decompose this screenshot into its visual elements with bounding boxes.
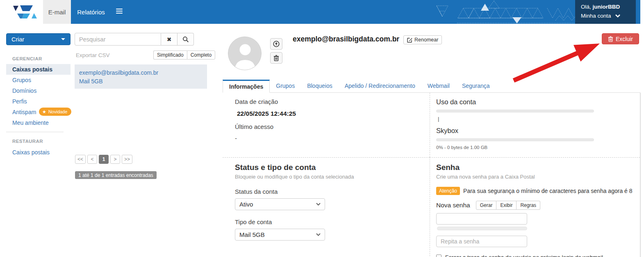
sidebar-item-label: Caixas postais bbox=[12, 66, 52, 73]
account-type-select[interactable]: Mail 5GB bbox=[235, 229, 325, 241]
delete-avatar-button[interactable] bbox=[270, 52, 282, 64]
show-password-button[interactable]: Exibir bbox=[496, 201, 517, 210]
rename-button[interactable]: Renomear bbox=[403, 35, 442, 44]
nav-reports-label: Relatórios bbox=[77, 9, 105, 16]
tab-informacoes[interactable]: Informações bbox=[223, 80, 270, 93]
trash-icon bbox=[608, 36, 613, 42]
sidebar-item-caixas-postais[interactable]: Caixas postais bbox=[6, 64, 71, 75]
clear-icon: ✖ bbox=[167, 36, 172, 43]
filled-down-triangle bbox=[512, 17, 521, 23]
repeat-password-input[interactable] bbox=[436, 236, 527, 247]
export-csv-link[interactable]: Exportar CSV bbox=[76, 52, 110, 58]
tab-seguranca[interactable]: Segurança bbox=[456, 79, 496, 92]
tab-bloqueios[interactable]: Bloqueios bbox=[301, 79, 339, 92]
mailbox-email-title: exemplo@brasilbigdata.com.br bbox=[293, 35, 399, 44]
chevron-down-icon bbox=[316, 233, 321, 236]
pagination-first-button[interactable]: << bbox=[75, 155, 86, 164]
entries-summary-badge: 1 até 1 de 1 entradas encontradas bbox=[75, 171, 157, 179]
sidebar-divider bbox=[6, 132, 64, 132]
search-button[interactable] bbox=[177, 33, 194, 46]
warning-text: Para sua segurança o mínimo de caractere… bbox=[463, 188, 632, 194]
mailbox-item-plan: Mail 5GB bbox=[79, 78, 207, 85]
person-icon bbox=[228, 37, 262, 70]
skybox-caption: 0% - 0 bytes de 1.00 GB bbox=[436, 145, 640, 150]
force-password-change-label: Forçar a troca de senha do usuário no pr… bbox=[445, 254, 603, 257]
password-heading: Senha bbox=[436, 163, 640, 172]
skybox-label: Skybox bbox=[436, 127, 640, 135]
account-status-select[interactable]: Ativo bbox=[235, 198, 325, 210]
tab-webmail[interactable]: Webmail bbox=[421, 79, 456, 92]
manage-section-heading: GERENCIAR bbox=[12, 56, 42, 61]
delete-button-label: Excluir bbox=[616, 36, 633, 42]
sidebar-item-restaurar-caixas-postais[interactable]: Caixas postais bbox=[12, 149, 50, 156]
mailbox-avatar bbox=[228, 37, 262, 70]
created-label: Data de criação bbox=[235, 98, 430, 105]
password-subtitle: Crie uma nova senha para a Caixa Postal bbox=[436, 174, 640, 180]
upload-avatar-button[interactable] bbox=[270, 38, 282, 50]
restore-section-heading: RESTAURAR bbox=[12, 139, 43, 144]
generate-password-button[interactable]: Gerar bbox=[476, 201, 497, 210]
force-password-change-row[interactable]: Forçar a troca de senha do usuário no pr… bbox=[436, 254, 640, 257]
mailbox-item-email: exemplo@brasilbigdata.com.br bbox=[79, 69, 207, 76]
brand-logo-box[interactable] bbox=[0, 0, 43, 24]
sidebar-item-meu-ambiente[interactable]: Meu ambiente bbox=[12, 119, 49, 126]
simplified-view-button[interactable]: Simplificado bbox=[153, 50, 187, 60]
pencil-square-icon bbox=[407, 37, 412, 43]
top-navbar: E-mail Relatórios Olá, juniorBBD Minha c… bbox=[0, 0, 640, 24]
pagination-next-button[interactable]: > bbox=[110, 155, 120, 164]
new-password-label: Nova senha bbox=[436, 202, 470, 209]
caret-down-icon bbox=[61, 38, 65, 40]
pagination-current-page[interactable]: 1 bbox=[99, 155, 109, 164]
new-password-input[interactable] bbox=[436, 213, 527, 225]
account-type-label: Tipo de conta bbox=[235, 218, 430, 225]
skybox-progressbar bbox=[436, 138, 594, 141]
created-value: 22/05/2025 12:44:25 bbox=[237, 110, 430, 117]
mailbox-tabs: Informações Grupos Bloqueios Apelido / R… bbox=[223, 80, 640, 93]
hamburger-menu-icon[interactable] bbox=[116, 9, 123, 14]
pagination-prev-button[interactable]: < bbox=[87, 155, 97, 164]
account-status-label: Status da conta bbox=[235, 188, 430, 195]
create-button[interactable]: Criar bbox=[6, 33, 71, 45]
account-status-value: Ativo bbox=[239, 201, 253, 208]
warning-badge: Atenção bbox=[436, 187, 460, 195]
search-input[interactable] bbox=[75, 33, 161, 46]
password-rules-button[interactable]: Regras bbox=[517, 201, 540, 210]
account-type-value: Mail 5GB bbox=[239, 231, 265, 238]
status-subtitle: Bloqueie ou modifique o tipo da conta se… bbox=[235, 174, 430, 180]
username: juniorBBD bbox=[593, 4, 620, 10]
novidade-badge[interactable]: ★ Novidade bbox=[39, 108, 71, 116]
password-strength-bar bbox=[437, 227, 527, 230]
chevron-down-icon bbox=[316, 203, 321, 206]
red-annotation-arrow bbox=[508, 39, 603, 86]
complete-view-button[interactable]: Completo bbox=[187, 50, 215, 60]
pagination: << < 1 > >> bbox=[75, 155, 132, 164]
delete-mailbox-button[interactable]: Excluir bbox=[602, 33, 639, 44]
view-toggle-group: Simplificado Completo bbox=[153, 50, 215, 60]
mailbox-list-item[interactable]: exemplo@brasilbigdata.com.br Mail 5GB bbox=[75, 64, 207, 89]
filled-up-triangle bbox=[481, 4, 489, 11]
chevron-down-icon bbox=[615, 14, 620, 18]
usage-zero-tick: | bbox=[438, 116, 640, 122]
nav-email-label: E-mail bbox=[48, 9, 66, 16]
sidebar-item-grupos[interactable]: Grupos bbox=[12, 77, 31, 83]
sidebar-item-antispam[interactable]: Antispam bbox=[12, 109, 36, 115]
my-account-dropdown[interactable]: Minha conta bbox=[581, 13, 631, 19]
star-icon: ★ bbox=[42, 109, 46, 115]
tab-apelido-redirecionamento[interactable]: Apelido / Redirecionamento bbox=[339, 79, 421, 92]
pagination-last-button[interactable]: >> bbox=[122, 155, 132, 164]
nav-tab-email[interactable]: E-mail bbox=[43, 0, 71, 24]
clear-search-button[interactable]: ✖ bbox=[161, 33, 177, 46]
last-access-label: Último acesso bbox=[235, 123, 430, 130]
sidebar-item-dominios[interactable]: Domínios bbox=[12, 87, 36, 94]
last-access-value: - bbox=[235, 135, 430, 142]
tab-grupos[interactable]: Grupos bbox=[270, 79, 301, 92]
force-password-change-checkbox[interactable] bbox=[436, 255, 441, 257]
user-menu[interactable]: Olá, juniorBBD Minha conta bbox=[575, 0, 636, 24]
brand-logo-icon bbox=[11, 4, 38, 20]
status-section: Status e tipo de conta Bloqueie ou modif… bbox=[223, 157, 430, 257]
nav-tab-reports[interactable]: Relatórios bbox=[71, 0, 111, 24]
sidebar-item-perfis[interactable]: Perfis bbox=[12, 98, 27, 105]
novidade-badge-label: Novidade bbox=[48, 109, 67, 114]
informacoes-panel: Data de criação 22/05/2025 12:44:25 Últi… bbox=[223, 93, 640, 257]
my-account-label: Minha conta bbox=[581, 13, 611, 19]
